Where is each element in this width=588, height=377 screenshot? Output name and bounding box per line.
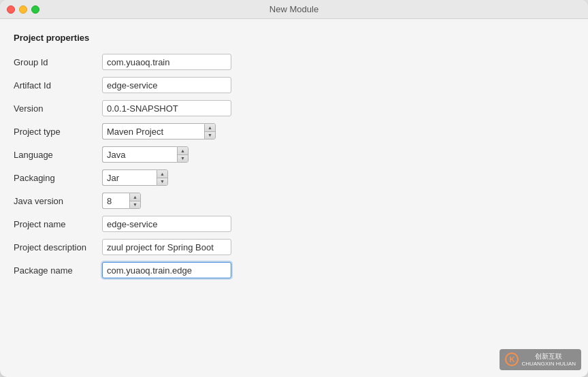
packaging-down[interactable]: ▼ xyxy=(157,178,167,186)
java-version-up[interactable]: ▲ xyxy=(130,193,140,201)
traffic-lights xyxy=(7,5,39,14)
project-type-container: Maven Project Gradle Project ▲ ▼ xyxy=(102,123,286,140)
window-title: New Module xyxy=(270,4,318,14)
artifact-id-input[interactable] xyxy=(102,77,231,93)
packaging-stepper: ▲ ▼ xyxy=(157,169,168,186)
project-type-stepper: ▲ ▼ xyxy=(204,123,216,140)
project-type-select[interactable]: Maven Project Gradle Project xyxy=(102,123,204,140)
java-version-stepper: ▲ ▼ xyxy=(129,193,141,209)
packaging-up[interactable]: ▲ xyxy=(157,170,167,178)
project-type-up[interactable]: ▲ xyxy=(205,124,215,132)
packaging-select[interactable]: Jar War xyxy=(102,169,157,186)
language-down[interactable]: ▼ xyxy=(178,155,188,163)
project-name-input[interactable] xyxy=(102,216,231,232)
group-id-input[interactable] xyxy=(102,54,231,70)
watermark-text: 创新互联 CHUANGXIN HULIAN xyxy=(521,352,576,367)
artifact-id-label: Artifact Id xyxy=(14,80,102,91)
close-button[interactable] xyxy=(7,5,15,14)
project-type-label: Project type xyxy=(14,127,102,137)
java-version-container: ▲ ▼ xyxy=(102,193,286,209)
java-version-label: Java version xyxy=(14,196,102,206)
project-type-down[interactable]: ▼ xyxy=(205,132,215,140)
watermark: K 创新互联 CHUANGXIN HULIAN xyxy=(500,349,581,370)
project-name-label: Project name xyxy=(14,219,102,229)
package-name-input[interactable] xyxy=(102,262,231,278)
java-version-input[interactable] xyxy=(102,193,129,209)
version-input[interactable] xyxy=(102,100,231,116)
section-title: Project properties xyxy=(14,33,574,43)
watermark-icon: K xyxy=(505,353,519,366)
group-id-label: Group Id xyxy=(14,57,102,67)
maximize-button[interactable] xyxy=(31,5,39,14)
packaging-container: Jar War ▲ ▼ xyxy=(102,169,286,186)
minimize-button[interactable] xyxy=(19,5,27,14)
project-description-input[interactable] xyxy=(102,239,231,255)
version-label: Version xyxy=(14,103,102,114)
form-grid: Group Id Artifact Id Version Project typ… xyxy=(14,54,286,278)
language-label: Language xyxy=(14,150,102,160)
language-stepper: ▲ ▼ xyxy=(177,146,189,163)
packaging-label: Packaging xyxy=(14,173,102,183)
content-area: Project properties Group Id Artifact Id … xyxy=(0,19,588,377)
java-version-down[interactable]: ▼ xyxy=(130,201,140,209)
window: New Module Project properties Group Id A… xyxy=(0,0,588,377)
package-name-label: Package name xyxy=(14,265,102,276)
language-container: Java Kotlin Groovy ▲ ▼ xyxy=(102,146,286,163)
language-select[interactable]: Java Kotlin Groovy xyxy=(102,146,177,163)
titlebar: New Module xyxy=(0,0,588,19)
project-description-label: Project description xyxy=(14,242,102,252)
language-up[interactable]: ▲ xyxy=(178,147,188,155)
